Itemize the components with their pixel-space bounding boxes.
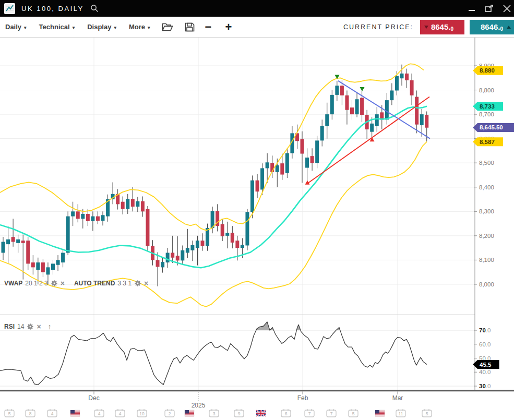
- svg-text:Feb: Feb: [297, 394, 308, 402]
- rsi-line: [0, 322, 427, 385]
- arrow-up-icon: [507, 26, 511, 29]
- chevron-down-icon: ▾: [148, 25, 150, 30]
- calendar-event-icon: 11: [396, 409, 405, 417]
- minimize-button[interactable]: [468, 5, 475, 12]
- svg-text:4: 4: [98, 411, 101, 416]
- rsi-label: RSI: [4, 323, 15, 330]
- svg-text:4: 4: [119, 411, 122, 416]
- calendar-event-icon: 7: [305, 409, 314, 417]
- svg-text:8,645.50: 8,645.50: [480, 124, 503, 130]
- menu-technical[interactable]: Technical ▾: [39, 23, 75, 31]
- gear-icon[interactable]: [51, 280, 58, 287]
- svg-text:30.0: 30.0: [479, 383, 491, 389]
- svg-text:7: 7: [330, 411, 333, 416]
- calendar-event-icon: 4: [94, 409, 104, 417]
- close-icon[interactable]: [503, 5, 511, 13]
- us-flag-icon: [185, 410, 194, 416]
- menu-daily[interactable]: Daily ▾: [5, 23, 27, 31]
- calendar-event-icon: 5: [422, 409, 432, 417]
- open-folder-icon[interactable]: [162, 22, 173, 31]
- svg-text:45.5: 45.5: [480, 362, 492, 368]
- move-panel-up-icon[interactable]: ↑: [48, 322, 52, 331]
- vwap-indicator-row: VWAP 20 1 2 3 × AUTO TREND 3 3 1 ×: [4, 280, 148, 287]
- svg-text:8,200: 8,200: [479, 233, 494, 239]
- calendar-event-icon: 7: [327, 409, 336, 417]
- svg-text:8,000: 8,000: [479, 281, 494, 287]
- calendar-event-icon: 4: [115, 409, 125, 417]
- svg-text:8,100: 8,100: [479, 257, 494, 263]
- gear-icon[interactable]: [27, 323, 34, 330]
- svg-text:7: 7: [308, 411, 311, 416]
- sell-price-badge[interactable]: 8645.0: [420, 20, 464, 34]
- rsi-params: 14: [17, 323, 24, 330]
- calendar-event-icon: 9: [234, 409, 244, 417]
- price-badge-8,880: 8,880: [473, 66, 503, 75]
- svg-text:5: 5: [8, 411, 11, 416]
- menu-more[interactable]: More ▾: [129, 23, 150, 31]
- menu-display[interactable]: Display ▾: [87, 23, 116, 31]
- search-icon[interactable]: [90, 4, 99, 13]
- svg-text:70.0: 70.0: [479, 327, 491, 333]
- chevron-down-icon: ▾: [73, 25, 75, 30]
- instrument-title: UK 100, DAILY: [21, 5, 84, 13]
- auto-trend-label: AUTO TREND: [74, 280, 115, 287]
- save-icon[interactable]: [185, 22, 195, 32]
- uk-flag-icon: [256, 410, 266, 416]
- close-icon[interactable]: ×: [61, 280, 65, 287]
- svg-text:8,587: 8,587: [480, 139, 495, 145]
- svg-text:6: 6: [285, 411, 288, 416]
- rsi-overbought-fill: [0, 322, 427, 385]
- us-flag-icon: [375, 410, 385, 416]
- svg-text:8,400: 8,400: [479, 184, 494, 190]
- svg-text:2: 2: [169, 411, 171, 416]
- svg-text:8,700: 8,700: [479, 111, 494, 117]
- price-badge-8,587: 8,587: [473, 137, 503, 146]
- svg-text:3: 3: [213, 411, 216, 416]
- calendar-event-icon: 4: [47, 409, 57, 417]
- overlays-layer: [0, 64, 430, 307]
- zoom-out-button[interactable]: −: [205, 21, 212, 33]
- calendar-event-icon: 10: [137, 409, 147, 417]
- close-icon[interactable]: ×: [37, 323, 41, 330]
- svg-text:8,880: 8,880: [480, 67, 495, 74]
- calendar-event-icon: 3: [209, 409, 219, 417]
- time-axis-labels: Dec2025FebMar: [88, 391, 403, 409]
- svg-text:8,500: 8,500: [479, 160, 494, 166]
- calendar-event-icon: 6: [281, 409, 291, 417]
- svg-text:2025: 2025: [192, 402, 206, 409]
- svg-text:60.0: 60.0: [479, 341, 491, 347]
- svg-text:10: 10: [139, 411, 145, 416]
- arrow-down-icon: [424, 26, 428, 29]
- svg-text:Mar: Mar: [392, 394, 403, 402]
- price-axis-labels: 8,9008,8008,7008,6008,5008,4008,3008,200…: [474, 63, 494, 389]
- price-badge-8,645.50: 8,645.50: [473, 123, 514, 132]
- vwap-label: VWAP: [4, 280, 22, 287]
- buy-price-badge[interactable]: 8646.0: [470, 20, 514, 34]
- chart-window: UK 100, DAILY Daily: [0, 0, 514, 420]
- vwap-params: 20 1 2 3: [25, 280, 47, 287]
- price-chart[interactable]: 8,9008,8008,7008,6008,5008,4008,3008,200…: [0, 0, 514, 420]
- chart-app-icon: [4, 3, 15, 14]
- current-price-label: CURRENT PRICE:: [343, 23, 413, 31]
- chevron-down-icon: ▾: [114, 25, 116, 30]
- calendar-event-icon: 5: [349, 409, 358, 417]
- gear-icon[interactable]: [134, 280, 141, 287]
- svg-text:8,300: 8,300: [479, 208, 494, 214]
- auto-trend-params: 3 3 1: [117, 280, 132, 287]
- us-flag-icon: [70, 410, 80, 416]
- svg-text:11: 11: [399, 411, 403, 416]
- calendar-event-icon: 8: [26, 409, 35, 417]
- close-icon[interactable]: ×: [144, 280, 148, 287]
- svg-text:8,800: 8,800: [479, 87, 494, 93]
- rsi-value-badge: 45.5: [473, 360, 499, 369]
- svg-text:40.0: 40.0: [479, 369, 491, 375]
- chart-toolbar: Daily ▾ Technical ▾ Display ▾ More ▾: [0, 17, 514, 38]
- svg-text:8: 8: [29, 411, 32, 416]
- svg-text:5: 5: [352, 411, 355, 416]
- popout-button[interactable]: [485, 5, 494, 13]
- zoom-in-button[interactable]: +: [225, 21, 232, 33]
- svg-text:5: 5: [426, 411, 428, 416]
- chevron-down-icon: ▾: [24, 25, 27, 30]
- event-calendar-row: 58444102396775115: [5, 409, 432, 417]
- svg-text:4: 4: [51, 411, 54, 416]
